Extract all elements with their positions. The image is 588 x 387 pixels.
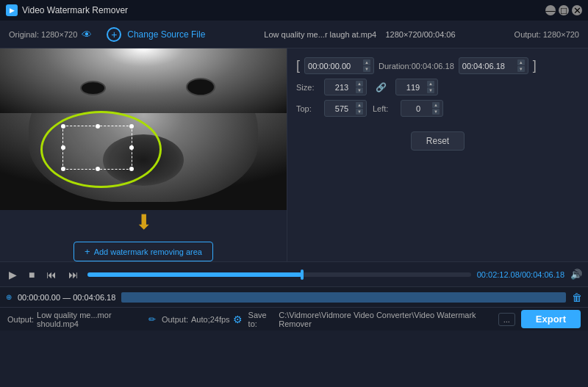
output-format-gear-icon[interactable]: ⚙ (233, 314, 243, 325)
change-source-button[interactable]: + Change Source File (107, 27, 205, 42)
preview-eye-icon[interactable]: 👁 (82, 29, 92, 40)
end-time-up[interactable]: ▲ (517, 59, 525, 65)
left-lower-panel: ⬇ + Add watermark removing area (0, 210, 287, 261)
handle-top-right[interactable] (129, 124, 134, 129)
prev-frame-button[interactable]: ⏮ (43, 267, 60, 282)
handle-top-left[interactable] (61, 124, 65, 129)
start-time-spinner: ▲ ▼ (363, 59, 370, 72)
save-path: C:\Vidmore\Vidmore Video Converter\Video… (279, 311, 495, 328)
width-down[interactable]: ▼ (356, 87, 363, 93)
left-spinner: ▲ ▼ (432, 102, 440, 115)
output-info: Output: 1280×720 (514, 30, 579, 39)
output-label: Output: 1280×720 (514, 30, 579, 39)
stop-button[interactable]: ■ (26, 267, 37, 282)
width-up[interactable]: ▲ (356, 81, 363, 87)
left-input[interactable] (404, 104, 432, 113)
watermark-selection-box[interactable] (62, 126, 132, 170)
next-frame-button[interactable]: ⏭ (65, 267, 82, 282)
minimize-button[interactable]: — (545, 5, 556, 15)
position-row: Top: ▲ ▼ Left: ▲ ▼ (296, 100, 579, 117)
output-format-item: Output: Auto;24fps ⚙ (162, 314, 243, 325)
add-watermark-button[interactable]: + Add watermark removing area (74, 242, 213, 261)
change-source-label: Change Source File (127, 29, 205, 40)
top-input-group: ▲ ▼ (324, 100, 367, 117)
output-file-item: Output: Low quality me...mor should.mp4 … (7, 311, 156, 328)
end-time-spinner: ▲ ▼ (517, 59, 525, 72)
output-edit-icon[interactable]: ✏ (148, 314, 156, 325)
handle-bottom-mid[interactable] (96, 167, 100, 171)
save-label: Save to: (248, 311, 276, 328)
left-input-group: ▲ ▼ (401, 100, 443, 117)
top-input[interactable] (328, 104, 356, 113)
titlebar-controls: — □ ✕ (545, 5, 582, 15)
output-file-name: Low quality me...mor should.mp4 (37, 311, 146, 328)
file-info: Low quality me...r laugh at.mp4 1280×720… (220, 30, 499, 39)
video-frame (0, 48, 287, 210)
bracket-right: ] (533, 58, 537, 73)
plus-icon: + (85, 246, 90, 257)
top-up[interactable]: ▲ (356, 102, 363, 108)
dog-fur (0, 48, 287, 113)
height-down[interactable]: ▼ (427, 87, 434, 93)
handle-bottom-right[interactable] (129, 167, 134, 171)
handle-bottom-left[interactable] (61, 167, 65, 171)
timeline-range: 00:00:00.00 — 00:04:06.18 (18, 293, 115, 302)
right-panel: [ ▲ ▼ Duration:00:04:06.18 ▲ ▼ ] Size: (287, 48, 588, 261)
dog-eye-right (186, 78, 215, 96)
reset-button[interactable]: Reset (411, 131, 465, 151)
start-time-group: ▲ ▼ (304, 57, 374, 74)
video-preview (0, 48, 287, 210)
original-info: Original: 1280×720 👁 (9, 29, 92, 40)
top-label: Top: (296, 104, 318, 113)
time-range-row: [ ▲ ▼ Duration:00:04:06.18 ▲ ▼ ] (296, 57, 579, 74)
end-time-down[interactable]: ▼ (517, 66, 525, 72)
add-watermark-label: Add watermark removing area (94, 247, 202, 256)
left-up[interactable]: ▲ (432, 102, 440, 108)
export-button[interactable]: Export (521, 310, 581, 328)
close-button[interactable]: ✕ (572, 5, 582, 15)
time-display: 00:02:12.08/00:04:06.18 (477, 270, 564, 279)
height-input[interactable] (399, 83, 427, 92)
handle-top-mid[interactable] (96, 124, 100, 129)
app-title: Video Watermark Remover (22, 5, 128, 15)
toolbar: Original: 1280×720 👁 + Change Source Fil… (0, 21, 588, 48)
timeline-track[interactable] (121, 292, 566, 303)
height-spinner: ▲ ▼ (427, 81, 434, 93)
duration-label: Duration:00:04:06.18 (379, 62, 454, 70)
delete-timeline-icon[interactable]: 🗑 (572, 292, 582, 303)
dog-eye-left (80, 81, 106, 95)
end-time-input[interactable] (462, 62, 517, 70)
width-input[interactable] (328, 83, 356, 92)
plus-circle-icon: + (107, 27, 121, 42)
middle-section: ⬇ + Add watermark removing area [ ▲ ▼ Du… (0, 48, 588, 261)
output-format-label: Output: (162, 315, 188, 324)
output-format-value: Auto;24fps (191, 315, 230, 324)
top-down[interactable]: ▼ (356, 109, 363, 115)
size-row: Size: ▲ ▼ 🔗 ▲ ▼ (296, 79, 579, 95)
save-path-item: Save to: C:\Vidmore\Vidmore Video Conver… (248, 311, 515, 328)
link-icon[interactable]: 🔗 (376, 82, 387, 93)
timeline-strip: ⊕ 00:00:00.00 — 00:04:06.18 🗑 (0, 286, 588, 307)
file-meta: 1280×720/00:04:06 (385, 30, 455, 39)
video-preview-area: ⬇ + Add watermark removing area (0, 48, 287, 261)
play-button[interactable]: ▶ (6, 267, 20, 282)
maximize-button[interactable]: □ (559, 5, 569, 15)
progress-fill (87, 272, 302, 277)
height-input-group: ▲ ▼ (395, 79, 438, 95)
volume-icon[interactable]: 🔊 (570, 269, 582, 280)
handle-mid-left[interactable] (61, 145, 65, 150)
app-icon: ▶ (6, 4, 18, 16)
browse-button[interactable]: ... (498, 313, 515, 326)
left-down[interactable]: ▼ (432, 109, 440, 115)
start-time-up[interactable]: ▲ (363, 59, 370, 65)
output-file-label: Output: (7, 315, 34, 324)
width-input-group: ▲ ▼ (324, 79, 367, 95)
start-time-down[interactable]: ▼ (363, 66, 370, 72)
handle-mid-right[interactable] (129, 145, 134, 150)
down-arrow-icon: ⬇ (135, 210, 152, 234)
top-spinner: ▲ ▼ (356, 102, 363, 115)
reset-section: Reset (296, 127, 579, 151)
progress-bar[interactable] (87, 272, 470, 277)
height-up[interactable]: ▲ (427, 81, 434, 87)
start-time-input[interactable] (308, 62, 363, 70)
